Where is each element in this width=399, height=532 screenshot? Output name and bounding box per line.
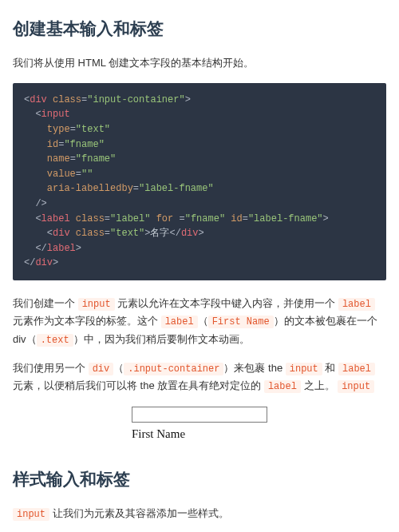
demo-input-container: First Name: [13, 407, 386, 445]
code-inline-label: label: [161, 316, 198, 328]
explanation-paragraph-1: 我们创建一个 input 元素以允许在文本字段中键入内容，并使用一个 label…: [13, 295, 386, 348]
demo-input-label: First Name: [132, 424, 267, 445]
code-inline-label: label: [264, 380, 301, 393]
code-inline-input-container: .input-container: [124, 363, 223, 375]
intro-paragraph: 我们将从使用 HTML 创建文本字段的基本结构开始。: [13, 54, 386, 72]
explanation-paragraph-2: 我们使用另一个 div（.input-container）来包裹 the inp…: [13, 359, 386, 395]
heading-style-input: 样式输入和标签: [13, 465, 386, 494]
code-block-html: <div class="input-container"> <input typ…: [13, 83, 386, 280]
code-inline-label: label: [338, 363, 375, 375]
code-inline-div: div: [89, 363, 114, 375]
code-inline-text-class: .text: [37, 334, 73, 347]
code-inline-input: input: [78, 298, 115, 311]
code-inline-firstname: First Name: [208, 316, 274, 328]
heading-create-input: 创建基本输入和标签: [13, 14, 386, 43]
code-inline-input: input: [338, 380, 374, 393]
style-intro-paragraph: input 让我们为元素及其容器添加一些样式。: [13, 505, 386, 522]
code-inline-input: input: [13, 508, 49, 521]
code-inline-input: input: [286, 363, 322, 375]
code-inline-label: label: [338, 298, 375, 311]
demo-text-input[interactable]: [132, 407, 267, 423]
